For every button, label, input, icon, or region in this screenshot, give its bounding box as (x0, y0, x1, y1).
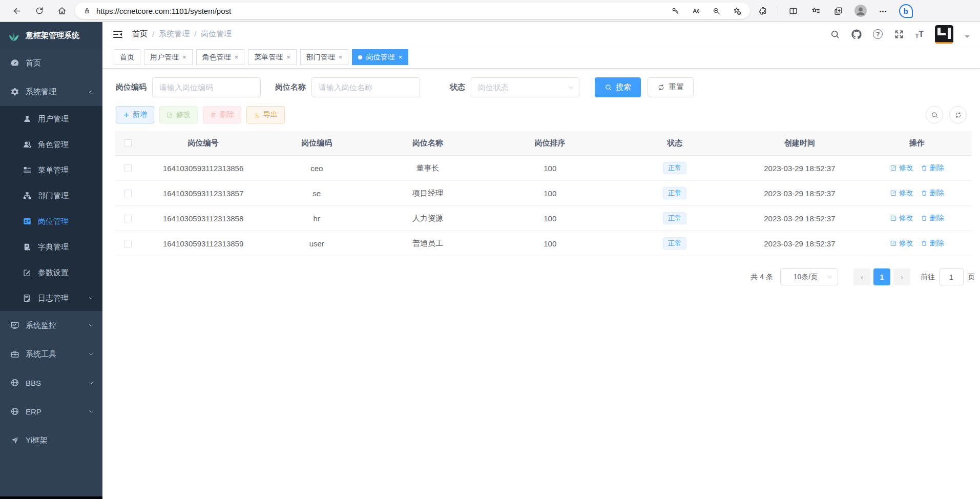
row-checkbox[interactable] (124, 240, 132, 247)
row-delete-link[interactable]: 删除 (921, 189, 944, 198)
sidebar-item-menu-management[interactable]: 菜单管理 (0, 157, 102, 183)
close-icon[interactable] (398, 53, 402, 61)
pagination: 共 4 条 1 前往 页 (102, 268, 975, 285)
address-bar[interactable]: https://ccnetcore.com:1101/system/post (75, 3, 750, 19)
sidebar-item-role-management[interactable]: 角色管理 (0, 132, 102, 157)
tab-role-management[interactable]: 角色管理 (196, 49, 245, 65)
browser-profile-avatar[interactable] (851, 2, 870, 19)
close-icon[interactable] (286, 53, 290, 61)
close-icon[interactable] (339, 53, 343, 61)
row-delete-link[interactable]: 删除 (921, 239, 944, 248)
sidebar-item-post-management[interactable]: 岗位管理 (0, 209, 102, 234)
page-size-value[interactable] (780, 268, 838, 285)
sidebar-item-home[interactable]: 首页 (0, 49, 102, 77)
sidebar-item-erp[interactable]: ERP (0, 397, 102, 426)
url-text[interactable]: https://ccnetcore.com:1101/system/post (96, 7, 663, 15)
help-icon[interactable] (873, 29, 883, 39)
log-icon (23, 294, 32, 303)
row-checkbox[interactable] (124, 164, 132, 172)
sidebar-item-system-management[interactable]: 系统管理 (0, 77, 102, 106)
sidebar-item-log-management[interactable]: 日志管理 (0, 285, 102, 311)
app-logo[interactable]: 意框架管理系统 (0, 22, 102, 49)
tab-post-management[interactable]: 岗位管理 (352, 49, 408, 65)
add-button[interactable]: 新增 (116, 106, 154, 123)
close-icon[interactable] (235, 53, 239, 61)
reset-button[interactable]: 重置 (648, 77, 694, 97)
sidebar-item-bbs[interactable]: BBS (0, 368, 102, 397)
menu-tree-icon (23, 165, 32, 175)
tab-home[interactable]: 首页 (114, 49, 140, 65)
next-page-button[interactable] (893, 268, 910, 285)
export-button[interactable]: 导出 (246, 106, 285, 123)
table-row: 1641030593112313858 hr 人力资源 100 正常 2023-… (115, 206, 972, 231)
post-name-input[interactable] (311, 77, 420, 97)
page-unit-label: 页 (968, 273, 975, 282)
sidebar-item-parameter-settings[interactable]: 参数设置 (0, 260, 102, 285)
select-all-checkbox[interactable] (124, 139, 132, 147)
font-size-icon[interactable] (915, 30, 924, 39)
page-size-select[interactable] (780, 268, 838, 285)
browser-settings-icon[interactable] (873, 2, 893, 19)
row-edit-link[interactable]: 修改 (890, 163, 913, 173)
add-favorite-icon[interactable] (728, 4, 745, 18)
browser-refresh-button[interactable] (30, 2, 49, 19)
user-menu-caret-icon[interactable] (965, 35, 970, 40)
tab-user-management[interactable]: 用户管理 (144, 49, 193, 65)
sidebar-item-yi-framework[interactable]: Yi框架 (0, 426, 102, 454)
sidebar-item-department-management[interactable]: 部门管理 (0, 183, 102, 209)
row-checkbox[interactable] (124, 190, 132, 197)
refresh-table-button[interactable] (949, 106, 967, 123)
table-row: 1641030593112313859 user 普通员工 100 正常 202… (115, 231, 972, 256)
post-name-label: 岗位名称 (275, 82, 306, 92)
github-icon[interactable] (851, 29, 862, 39)
toggle-search-button[interactable] (926, 106, 943, 123)
row-edit-link[interactable]: 修改 (890, 189, 913, 198)
prev-page-button[interactable] (853, 268, 870, 285)
row-edit-link[interactable]: 修改 (890, 239, 913, 248)
password-key-icon[interactable] (667, 4, 683, 18)
sidebar-item-system-monitoring[interactable]: 系统监控 (0, 311, 102, 340)
trash-icon (921, 164, 928, 172)
status-badge: 正常 (663, 237, 686, 249)
dashboard-icon (10, 58, 19, 68)
browser-home-button[interactable] (52, 2, 72, 19)
zoom-out-icon[interactable] (708, 4, 724, 18)
col-post-sort: 岗位排序 (488, 138, 613, 148)
edit-button[interactable]: 修改 (159, 106, 198, 123)
row-edit-link[interactable]: 修改 (890, 214, 913, 223)
breadcrumb-home[interactable]: 首页 (132, 29, 148, 39)
user-avatar[interactable] (935, 25, 953, 44)
post-code-input[interactable] (152, 77, 261, 97)
row-checkbox[interactable] (124, 215, 132, 222)
sidebar-item-user-management[interactable]: 用户管理 (0, 106, 102, 132)
system-management-submenu: 用户管理 角色管理 菜单管理 部门管理 岗位管理 (0, 106, 102, 311)
site-lock-icon[interactable] (82, 4, 92, 18)
browser-back-button[interactable] (7, 2, 27, 19)
row-delete-link[interactable]: 删除 (921, 214, 944, 223)
status-select[interactable] (471, 77, 579, 97)
gear-icon (10, 87, 19, 96)
fullscreen-icon[interactable] (894, 29, 904, 39)
sidebar-toggle-icon[interactable] (112, 28, 124, 40)
tab-menu-management[interactable]: 菜单管理 (248, 49, 297, 65)
favorites-icon[interactable] (806, 2, 825, 19)
sidebar-item-system-tools[interactable]: 系统工具 (0, 340, 102, 368)
read-aloud-icon[interactable] (687, 4, 704, 18)
refresh-icon (657, 84, 665, 91)
status-select-input[interactable] (471, 77, 579, 97)
close-icon[interactable] (182, 53, 186, 61)
goto-page-input[interactable] (939, 268, 964, 285)
search-button[interactable]: 搜索 (595, 77, 641, 97)
delete-button[interactable]: 删除 (203, 106, 241, 123)
collections-icon[interactable] (828, 2, 848, 19)
sidebar-item-dictionary-management[interactable]: 字典管理 (0, 234, 102, 260)
extensions-icon[interactable] (753, 2, 773, 19)
download-icon (254, 112, 260, 118)
split-screen-icon[interactable] (783, 2, 803, 19)
copilot-icon[interactable] (896, 2, 915, 19)
current-page-button[interactable]: 1 (873, 268, 890, 285)
header-search-icon[interactable] (830, 29, 840, 39)
tab-department-management[interactable]: 部门管理 (300, 49, 349, 65)
paper-plane-icon (10, 435, 19, 445)
row-delete-link[interactable]: 删除 (921, 163, 944, 173)
